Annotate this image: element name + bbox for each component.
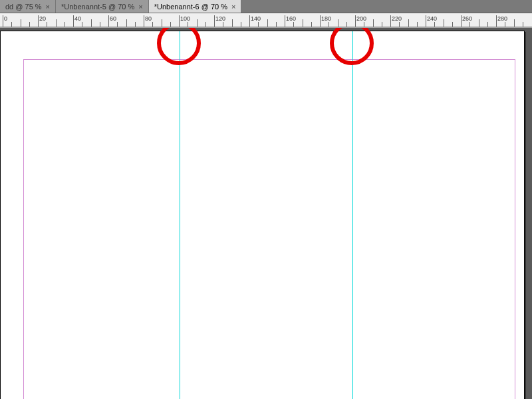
ruler-tick-minor: [11, 22, 12, 27]
ruler-tick-label: 160: [286, 15, 296, 22]
ruler-tick-minor: [170, 22, 171, 27]
document-tab[interactable]: *Unbenannt-5 @ 70 % ×: [56, 0, 149, 13]
ruler-tick-label: 0: [4, 15, 7, 22]
ruler-tick: [3, 15, 3, 27]
ruler-tick-minor: [100, 22, 100, 27]
tab-label: *Unbenannt-5 @ 70 %: [61, 3, 134, 11]
ruler-tick-label: 140: [251, 15, 261, 22]
ruler-tick-minor: [65, 22, 65, 27]
ruler-tick-minor: [329, 22, 329, 27]
margin-frame: [23, 59, 515, 399]
document-tab[interactable]: *Unbenannt-6 @ 70 % ×: [149, 0, 242, 13]
ruler-tick-minor: [364, 22, 364, 27]
vertical-guide[interactable]: [180, 31, 180, 399]
ruler-tick-minor: [47, 22, 47, 27]
ruler-tick-minor: [382, 22, 382, 27]
ruler-tick-minor: [514, 19, 515, 27]
ruler-tick-minor: [126, 19, 127, 27]
ruler-tick-minor: [152, 22, 153, 27]
ruler-tick-minor: [135, 22, 136, 27]
ruler-tick-minor: [205, 22, 206, 27]
ruler-tick-minor: [56, 19, 57, 27]
ruler-tick-minor: [523, 22, 523, 27]
ruler-tick: [496, 15, 497, 27]
ruler-tick: [108, 15, 109, 27]
ruler-tick-minor: [487, 22, 488, 27]
ruler-tick: [390, 15, 391, 27]
ruler-tick-minor: [303, 19, 303, 27]
close-icon[interactable]: ×: [46, 3, 50, 11]
ruler-tick-minor: [241, 22, 241, 27]
ruler-tick: [144, 15, 144, 27]
ruler-tick-label: 180: [321, 15, 331, 22]
ruler-tick-minor: [479, 19, 479, 27]
ruler-tick-minor: [417, 22, 418, 27]
ruler-tick-label: 240: [427, 15, 437, 22]
ruler-tick-minor: [232, 19, 233, 27]
ruler-tick-label: 60: [110, 15, 116, 22]
ruler-tick: [426, 15, 426, 27]
ruler-tick-minor: [408, 19, 409, 27]
canvas-area[interactable]: [0, 28, 532, 399]
ruler-tick-minor: [258, 22, 259, 27]
ruler-tick-minor: [267, 19, 268, 27]
ruler-tick-minor: [188, 22, 188, 27]
ruler-tick-label: 120: [215, 15, 225, 22]
ruler-tick-minor: [434, 22, 435, 27]
ruler-tick-label: 20: [39, 15, 46, 22]
ruler-tick-minor: [276, 22, 277, 27]
ruler-tick: [285, 15, 285, 27]
ruler-tick-label: 80: [145, 15, 152, 22]
ruler-tick-minor: [21, 19, 21, 27]
ruler-tick-minor: [162, 19, 162, 27]
ruler-tick: [320, 15, 321, 27]
ruler-tick-minor: [399, 22, 400, 27]
ruler-tick: [249, 15, 250, 27]
ruler-tick-label: 40: [74, 15, 81, 22]
ruler-tick: [73, 15, 74, 27]
ruler-tick-minor: [293, 22, 294, 27]
close-icon[interactable]: ×: [138, 3, 142, 11]
ruler-tick-minor: [346, 22, 347, 27]
ruler-tick-minor: [469, 22, 470, 27]
tab-label: *Unbenannt-6 @ 70 %: [154, 3, 227, 11]
ruler-tick-minor: [197, 19, 198, 27]
ruler-tick-label: 220: [392, 15, 402, 22]
ruler-tick-minor: [505, 22, 505, 27]
close-icon[interactable]: ×: [231, 3, 235, 11]
ruler-tick: [179, 15, 180, 27]
ruler-tick-label: 280: [497, 15, 507, 22]
ruler-tick-minor: [444, 19, 444, 27]
ruler-tick-label: 200: [356, 15, 366, 22]
ruler-tick-minor: [117, 22, 118, 27]
document-tab[interactable]: dd @ 75 % ×: [0, 0, 56, 13]
tab-label: dd @ 75 %: [5, 3, 42, 11]
ruler-tick-minor: [82, 22, 82, 27]
artboard[interactable]: [0, 31, 525, 399]
ruler-tick: [38, 15, 39, 27]
ruler-tick-minor: [338, 19, 338, 27]
ruler-tick-minor: [311, 22, 312, 27]
ruler-tick: [214, 15, 215, 27]
document-tab-bar: dd @ 75 % × *Unbenannt-5 @ 70 % × *Unben…: [0, 0, 532, 13]
ruler-tick: [355, 15, 356, 27]
ruler-row: 020406080100120140160180200220240260280: [0, 13, 532, 28]
ruler-tick-minor: [91, 19, 92, 27]
horizontal-ruler[interactable]: 020406080100120140160180200220240260280: [0, 14, 532, 27]
ruler-tick-minor: [452, 22, 453, 27]
ruler-tick-minor: [223, 22, 223, 27]
ruler-tick-minor: [373, 19, 374, 27]
ruler-tick-label: 100: [180, 15, 190, 22]
ruler-tick-label: 260: [462, 15, 472, 22]
ruler-tick-minor: [29, 22, 30, 27]
vertical-guide[interactable]: [352, 31, 353, 399]
ruler-tick: [461, 15, 462, 27]
